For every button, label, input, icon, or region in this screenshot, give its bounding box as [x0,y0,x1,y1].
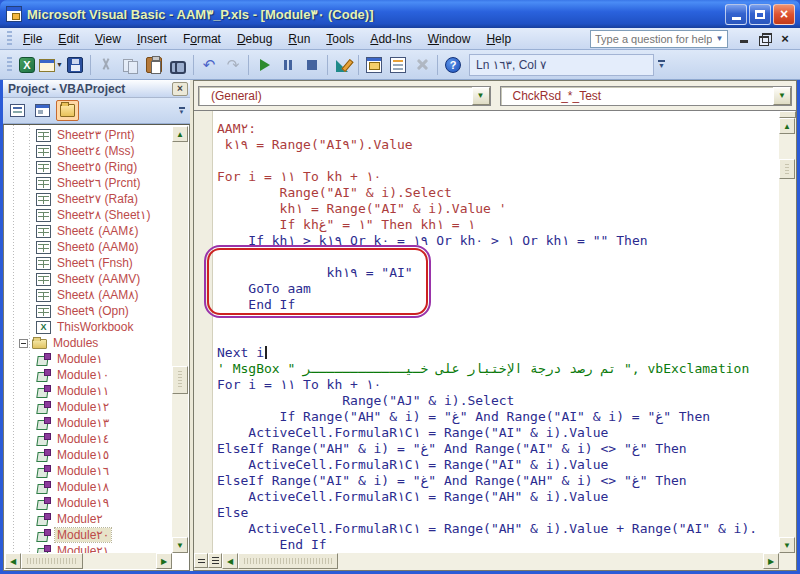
tree-item[interactable]: Module١٣ [5,415,172,431]
view-microsoft-excel-button[interactable] [15,54,39,76]
tree-item[interactable]: Sheet٧ (AAMV) [5,271,172,287]
help-search-box[interactable]: ▼ [590,30,728,48]
code-line[interactable]: kh١ = Range("AI" & i).Value ' [217,201,779,217]
code-line[interactable]: End If [217,297,779,313]
tree-item[interactable]: Module٢٠ [5,527,172,543]
code-line[interactable]: ActiveCell.FormulaR١C١ = Range("AI" & i)… [217,425,779,441]
help-search-input[interactable] [591,33,712,45]
code-scroll-up-button[interactable]: ▲ [779,118,795,134]
insert-userform-button[interactable]: ▼ [39,54,63,76]
code-scroll-right-button[interactable]: ▶ [763,553,779,569]
breakpoint-margin[interactable] [194,111,213,570]
code-scroll-left-button[interactable]: ◀ [222,553,238,569]
code-line[interactable]: GoTo aam [217,281,779,297]
object-browser-button[interactable] [410,54,434,76]
code-line[interactable]: Range("AJ" & i).Select [217,393,779,409]
tree-item[interactable]: Modules [5,335,172,351]
menu-help[interactable]: Help [478,30,519,48]
tree-scroll-right-button[interactable]: ▶ [156,553,172,569]
tree-vscroll-thumb[interactable] [172,366,188,394]
code-editor[interactable]: AAM٢: k١٩ = Range("AI٩").ValueFor i = ١١… [194,110,796,570]
menu-tools[interactable]: Tools [318,30,362,48]
find-button[interactable] [166,54,190,76]
code-split-handle[interactable] [779,111,796,118]
break-button[interactable] [276,54,300,76]
code-line[interactable]: If kh١ > k١٩ Or k١٩ = ٠ Or kh١ < ٠ Or kh… [217,233,779,249]
paste-button[interactable] [142,54,166,76]
code-line[interactable]: If Range("AH" & i) = "غ" And Range("AI" … [217,409,779,425]
tree-item[interactable]: Sheet٢٥ (Ring) [5,159,172,175]
cut-button[interactable] [94,54,118,76]
code-line[interactable]: Next i [217,345,779,361]
project-panel-options-button[interactable]: ▼ [176,101,187,121]
procedure-view-button[interactable] [194,553,208,568]
code-line[interactable]: ElseIf Range("AI" & i) = "غ" And Range("… [217,473,779,489]
tree-item[interactable]: ThisWorkbook [5,319,172,335]
code-line[interactable]: ElseIf Range("AH" & i) = "غ" And Range("… [217,441,779,457]
code-line[interactable]: AAM٢: [217,121,779,137]
code-line[interactable]: For i = ١١ To kh + ١٠ [217,377,779,393]
tree-scroll-down-button[interactable]: ▼ [172,537,188,553]
tree-item[interactable]: Module١٢ [5,399,172,415]
minimize-button[interactable] [725,4,747,25]
toggle-folders-button[interactable] [56,100,79,121]
tree-item[interactable]: Module٢ [5,511,172,527]
code-line[interactable]: If kh١ = "غ" Then kh١ = ١ [217,217,779,233]
reset-button[interactable] [300,54,324,76]
code-line[interactable]: ' MsgBox " تم رصد درجة الإختبار على خـيـ… [217,361,779,377]
code-line[interactable]: For i = ١١ To kh + ١٠ [217,169,779,185]
tree-item[interactable]: Module١٠ [5,367,172,383]
run-sub-button[interactable] [252,54,276,76]
project-panel-close-button[interactable]: × [172,82,188,96]
code-line[interactable] [217,249,779,265]
tree-item[interactable]: Module١٨ [5,479,172,495]
save-button[interactable] [63,54,87,76]
maximize-button[interactable] [749,4,771,25]
view-object-button[interactable] [31,100,54,121]
tree-scroll-left-button[interactable]: ◀ [5,553,21,569]
code-scroll-down-button[interactable]: ▼ [779,537,795,553]
menu-addins[interactable]: Add-Ins [362,30,419,48]
code-line[interactable]: End If [217,537,779,553]
procedure-dropdown-arrow[interactable]: ▼ [773,87,791,105]
code-horizontal-scrollbar[interactable]: ◀ ▶ [194,553,796,570]
code-line[interactable] [217,313,779,329]
tree-item[interactable]: Sheet٢٤ (Mss) [5,143,172,159]
redo-button[interactable] [221,54,245,76]
procedure-dropdown[interactable]: ChckRsd_*_Test ▼ [500,86,793,106]
copy-button[interactable] [118,54,142,76]
tree-item[interactable]: Sheet٤ (AAM٤) [5,223,172,239]
mdi-restore-button[interactable] [758,32,772,45]
tree-item[interactable]: Module١٤ [5,431,172,447]
menu-edit[interactable]: Edit [50,30,87,48]
design-mode-button[interactable] [331,54,355,76]
menu-view[interactable]: View [87,30,129,48]
toolbar-grip[interactable] [7,57,12,73]
code-line[interactable]: ActiveCell.FormulaR١C١ = Range("AI" & i)… [217,457,779,473]
menu-run[interactable]: Run [280,30,318,48]
code-line[interactable]: k١٩ = Range("AI٩").Value [217,137,779,153]
close-button[interactable]: × [773,4,795,25]
menu-format[interactable]: Format [175,30,229,48]
tree-item[interactable]: Module١١ [5,383,172,399]
collapse-minus-icon[interactable] [19,339,28,348]
tree-item[interactable]: Module١٦ [5,463,172,479]
help-dropdown-icon[interactable]: ▼ [712,34,727,43]
tree-item[interactable]: Sheet٢٨ (Sheet١) [5,207,172,223]
code-vscroll-thumb[interactable] [779,159,795,179]
code-line[interactable] [217,153,779,169]
undo-button[interactable] [197,54,221,76]
properties-window-button[interactable] [386,54,410,76]
code-line[interactable]: Range("AI" & i).Select [217,185,779,201]
code-line[interactable]: kh١٩ = "AI" [217,265,779,281]
mdi-minimize-button[interactable] [738,32,752,45]
tree-item[interactable]: Sheet٢٦ (Prcnt) [5,175,172,191]
mdi-close-button[interactable]: × [778,32,792,45]
toolbar-options-button[interactable]: ▼ [655,54,668,76]
menubar-grip[interactable] [7,31,12,47]
tree-item[interactable]: Sheet٨ (AAM٨) [5,287,172,303]
menu-window[interactable]: Window [420,30,479,48]
code-vertical-scrollbar[interactable]: ▲ ▼ [779,111,796,553]
full-module-view-button[interactable] [208,553,222,568]
tree-item[interactable]: Module١٥ [5,447,172,463]
